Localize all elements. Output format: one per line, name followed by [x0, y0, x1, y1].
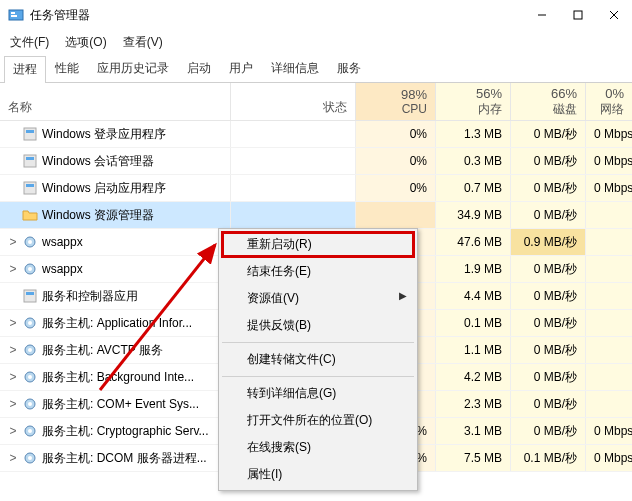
table-row[interactable]: Windows 会话管理器0%0.3 MB0 MB/秒0 Mbps — [0, 148, 632, 175]
process-name: 服务主机: Cryptographic Serv... — [42, 423, 209, 440]
process-icon — [22, 180, 38, 196]
cm-restart[interactable]: 重新启动(R) — [221, 231, 415, 258]
cell-disk: 0 MB/秒 — [510, 148, 585, 174]
cm-feedback[interactable]: 提供反馈(B) — [221, 312, 415, 339]
expand-icon[interactable]: > — [8, 451, 18, 465]
cell-name: Windows 会话管理器 — [0, 148, 230, 174]
table-row[interactable]: Windows 登录应用程序0%1.3 MB0 MB/秒0 Mbps — [0, 121, 632, 148]
process-icon — [22, 234, 38, 250]
expand-icon[interactable]: > — [8, 316, 18, 330]
cell-network: 0 Mbps — [585, 445, 632, 471]
cell-memory: 1.3 MB — [435, 121, 510, 147]
process-name: Windows 登录应用程序 — [42, 126, 166, 143]
cm-search-online[interactable]: 在线搜索(S) — [221, 434, 415, 461]
svg-rect-8 — [26, 130, 34, 133]
expand-icon[interactable]: > — [8, 397, 18, 411]
menu-file[interactable]: 文件(F) — [6, 32, 53, 53]
menu-bar: 文件(F) 选项(O) 查看(V) — [0, 30, 632, 55]
header-cpu[interactable]: 98%CPU — [355, 83, 435, 120]
cell-memory: 0.3 MB — [435, 148, 510, 174]
cell-memory: 3.1 MB — [435, 418, 510, 444]
cell-disk: 0 MB/秒 — [510, 175, 585, 201]
header-disk[interactable]: 66%磁盘 — [510, 83, 585, 120]
cm-open-location[interactable]: 打开文件所在的位置(O) — [221, 407, 415, 434]
header-status[interactable]: 状态 — [230, 83, 355, 120]
cell-memory: 1.1 MB — [435, 337, 510, 363]
process-name: wsappx — [42, 262, 83, 276]
svg-point-26 — [28, 402, 32, 406]
process-name: wsappx — [42, 235, 83, 249]
header-network[interactable]: 0%网络 — [585, 83, 632, 120]
cell-disk: 0 MB/秒 — [510, 418, 585, 444]
cm-create-dump[interactable]: 创建转储文件(C) — [221, 346, 415, 373]
tab-services[interactable]: 服务 — [328, 55, 370, 82]
expand-icon[interactable]: > — [8, 370, 18, 384]
svg-rect-7 — [24, 128, 36, 140]
process-icon — [22, 342, 38, 358]
cell-name: >wsappx — [0, 229, 230, 255]
tab-performance[interactable]: 性能 — [46, 55, 88, 82]
menu-options[interactable]: 选项(O) — [61, 32, 110, 53]
cell-name: Windows 登录应用程序 — [0, 121, 230, 147]
tab-details[interactable]: 详细信息 — [262, 55, 328, 82]
app-icon — [8, 7, 24, 23]
cm-resource-values[interactable]: 资源值(V)▶ — [221, 285, 415, 312]
tab-users[interactable]: 用户 — [220, 55, 262, 82]
header-memory[interactable]: 56%内存 — [435, 83, 510, 120]
process-name: Windows 会话管理器 — [42, 153, 154, 170]
tab-app-history[interactable]: 应用历史记录 — [88, 55, 178, 82]
cell-network — [585, 364, 632, 390]
tab-strip: 进程 性能 应用历史记录 启动 用户 详细信息 服务 — [0, 55, 632, 83]
cell-network: 0 Mbps — [585, 121, 632, 147]
table-row[interactable]: Windows 启动应用程序0%0.7 MB0 MB/秒0 Mbps — [0, 175, 632, 202]
cm-end-task[interactable]: 结束任务(E) — [221, 258, 415, 285]
expand-icon[interactable]: > — [8, 262, 18, 276]
cell-memory: 2.3 MB — [435, 391, 510, 417]
process-name: 服务主机: DCOM 服务器进程... — [42, 450, 207, 467]
cm-separator — [222, 376, 414, 377]
cell-network — [585, 256, 632, 282]
tab-processes[interactable]: 进程 — [4, 56, 46, 83]
cell-status — [230, 121, 355, 147]
cell-name: >服务主机: Background Inte... — [0, 364, 230, 390]
cell-network — [585, 391, 632, 417]
minimize-button[interactable] — [524, 0, 560, 30]
cell-name: >wsappx — [0, 256, 230, 282]
cell-network — [585, 229, 632, 255]
process-name: Windows 资源管理器 — [42, 207, 154, 224]
process-icon — [22, 153, 38, 169]
title-bar: 任务管理器 — [0, 0, 632, 30]
menu-view[interactable]: 查看(V) — [119, 32, 167, 53]
close-button[interactable] — [596, 0, 632, 30]
cm-goto-details[interactable]: 转到详细信息(G) — [221, 380, 415, 407]
svg-rect-12 — [26, 184, 34, 187]
expand-icon[interactable]: > — [8, 343, 18, 357]
header-name[interactable]: 名称 — [0, 83, 230, 120]
cell-disk: 0.9 MB/秒 — [510, 229, 585, 255]
cell-name: >服务主机: DCOM 服务器进程... — [0, 445, 230, 471]
svg-rect-17 — [24, 290, 36, 302]
cell-status — [230, 148, 355, 174]
cell-status — [230, 202, 355, 228]
cm-properties[interactable]: 属性(I) — [221, 461, 415, 488]
process-icon — [22, 207, 38, 223]
svg-rect-9 — [24, 155, 36, 167]
cell-disk: 0 MB/秒 — [510, 202, 585, 228]
cell-disk: 0 MB/秒 — [510, 310, 585, 336]
svg-rect-11 — [24, 182, 36, 194]
svg-point-20 — [28, 321, 32, 325]
cell-network — [585, 283, 632, 309]
cell-name: >服务主机: Cryptographic Serv... — [0, 418, 230, 444]
maximize-button[interactable] — [560, 0, 596, 30]
expand-icon[interactable]: > — [8, 235, 18, 249]
svg-rect-18 — [26, 292, 34, 295]
cell-memory: 1.9 MB — [435, 256, 510, 282]
cell-name: 服务和控制器应用 — [0, 283, 230, 309]
tab-startup[interactable]: 启动 — [178, 55, 220, 82]
cell-name: >服务主机: AVCTP 服务 — [0, 337, 230, 363]
process-icon — [22, 261, 38, 277]
table-row[interactable]: Windows 资源管理器34.9 MB0 MB/秒 — [0, 202, 632, 229]
cell-disk: 0.1 MB/秒 — [510, 445, 585, 471]
expand-icon[interactable]: > — [8, 424, 18, 438]
process-icon — [22, 423, 38, 439]
